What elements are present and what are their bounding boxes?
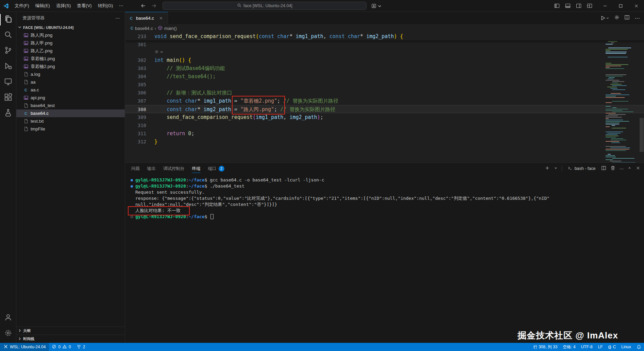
minimize-button[interactable] [597, 0, 613, 12]
file-item[interactable]: api.png [16, 94, 125, 102]
panel-more-actions-icon[interactable]: ⋯ [620, 166, 624, 171]
breadcrumb-file[interactable]: base64.c [135, 26, 153, 31]
explorer-more-actions-button[interactable]: ⋯ [115, 15, 120, 21]
line-number: 305 [125, 81, 154, 89]
cursor-position-indicator[interactable]: 行 308, 列 33 [531, 343, 560, 351]
activity-source-control-button[interactable] [0, 43, 16, 59]
profile-icon[interactable] [371, 3, 382, 8]
tab-close-icon[interactable] [158, 15, 164, 21]
line-number: 311 [125, 129, 154, 138]
indentation-indicator[interactable]: 空格: 4 [560, 343, 578, 351]
menu-item[interactable]: 文件(F) [12, 0, 32, 12]
split-terminal-icon[interactable] [601, 165, 606, 172]
toggle-secondary-sidebar-icon[interactable] [574, 1, 583, 11]
code-line[interactable]: 305 [125, 81, 644, 89]
minimap[interactable] [605, 32, 639, 162]
panel-tab-输出[interactable]: 输出 [147, 163, 156, 174]
command-center-search[interactable]: face [WSL: Ubuntu-24.04] [163, 2, 367, 10]
panel-tab-端口[interactable]: 端口2 [208, 163, 224, 174]
explorer-sidebar: 资源管理器 ⋯ FACE [WSL: UBUNTU-24.04] 路人丙.png… [16, 12, 125, 343]
activity-search-button[interactable] [0, 28, 16, 43]
activity-testing-button[interactable] [0, 106, 16, 121]
editor-more-actions-icon[interactable]: ⋯ [634, 15, 640, 21]
menu-item[interactable]: 查看(V) [74, 0, 95, 12]
code-line[interactable]: 301 [125, 40, 644, 49]
terminal-list-item[interactable]: bash - face [566, 165, 597, 172]
editor-area: C base64.c ⋯ C [125, 12, 644, 162]
problems-indicator[interactable]: 0 0 [49, 343, 73, 351]
activity-settings-button[interactable] [0, 326, 16, 341]
notifications-bell-icon[interactable] [634, 343, 644, 351]
sidebar-section-timeline[interactable]: 时间线 [16, 335, 125, 343]
nav-forward-icon[interactable] [150, 3, 158, 8]
terminal-profile-chevron-icon[interactable] [554, 166, 558, 171]
menu-overflow-button[interactable]: ⋯ [116, 0, 126, 12]
line-text [154, 49, 164, 56]
encoding-indicator[interactable]: UTF-8 [578, 343, 595, 351]
sticky-scroll-line[interactable]: 233 void send_face_comparison_request(co… [125, 32, 644, 40]
breadcrumb-symbol[interactable]: main() [164, 26, 177, 31]
code-line[interactable]: 312} [125, 138, 644, 146]
file-item[interactable]: test.txt [16, 117, 125, 125]
activity-run-debug-button[interactable] [0, 59, 16, 74]
tab-base64c[interactable]: C base64.c [125, 12, 168, 24]
split-editor-icon[interactable] [624, 15, 630, 21]
terminal[interactable]: gyl@L-R913J7WJ-0920:~/face$ gcc base64.c… [125, 174, 644, 343]
code-line[interactable]: 309 send_face_comparison_request(img1_pa… [125, 113, 644, 121]
run-file-button[interactable] [600, 15, 609, 21]
editor-scrollbar[interactable] [639, 32, 644, 162]
customize-layout-icon[interactable] [585, 1, 594, 11]
code-line[interactable]: 307 const char* img1_path = "章若楠2.png"; … [125, 97, 644, 105]
code-line[interactable] [125, 49, 644, 56]
file-item[interactable]: a.log [16, 70, 125, 78]
file-name: aa.c [31, 87, 39, 92]
os-indicator[interactable]: Linux [618, 343, 634, 351]
code-line[interactable]: 303 // 测试Base64编码功能 [125, 64, 644, 72]
decoration-spacer [128, 195, 135, 201]
file-item[interactable]: 路人甲.png [16, 39, 125, 47]
eol-indicator[interactable]: LF [595, 343, 606, 351]
panel-tab-终端[interactable]: 终端 [192, 163, 201, 174]
activity-remote-explorer-button[interactable] [0, 74, 16, 90]
file-item[interactable]: 章若楠1.png [16, 55, 125, 63]
settings-gear-icon[interactable] [614, 15, 620, 21]
file-item[interactable]: Cbase64.c [16, 109, 125, 117]
file-item[interactable]: base64_test [16, 102, 125, 109]
code-line[interactable]: 306 // 新增：测试人脸比对接口 [125, 89, 644, 97]
menu-item[interactable]: 转到(G) [95, 0, 116, 12]
file-item[interactable]: 路人乙.png [16, 47, 125, 55]
file-item[interactable]: Caa.c [16, 86, 125, 94]
maximize-panel-icon[interactable] [628, 166, 631, 171]
radio-tower-icon [77, 344, 81, 350]
ports-indicator[interactable]: 2 [74, 343, 88, 351]
activity-account-button[interactable] [0, 310, 16, 326]
maximize-button[interactable] [613, 0, 628, 12]
panel-tab-问题[interactable]: 问题 [131, 163, 140, 174]
nav-back-icon[interactable] [139, 3, 147, 8]
code-line[interactable]: 304 //test_base64(); [125, 72, 644, 81]
code-line[interactable]: 311 return 0; [125, 129, 644, 138]
language-indicator[interactable]: {} C [606, 343, 619, 351]
file-item[interactable]: tmpFile [16, 125, 125, 133]
kill-terminal-icon[interactable] [610, 165, 615, 172]
code-line[interactable]: 310 [125, 121, 644, 129]
code-line[interactable]: 308 const char* img2_path = "路人丙.png"; /… [125, 105, 644, 113]
toggle-panel-icon[interactable] [563, 1, 573, 11]
toggle-sidebar-icon[interactable] [552, 1, 562, 11]
file-item[interactable]: 章若楠2.png [16, 63, 125, 70]
workspace-section-header[interactable]: FACE [WSL: UBUNTU-24.04] [16, 24, 125, 31]
code-region[interactable]: 233 void send_face_comparison_request(co… [125, 32, 644, 162]
close-button[interactable] [628, 0, 644, 12]
menu-item[interactable]: 编辑(E) [32, 0, 53, 12]
file-item[interactable]: aa [16, 78, 125, 86]
activity-extensions-button[interactable] [0, 90, 16, 106]
panel-tab-调试控制台[interactable]: 调试控制台 [163, 163, 185, 174]
code-line[interactable]: 302int main() { [125, 56, 644, 64]
new-terminal-icon[interactable] [545, 165, 550, 172]
sidebar-section-outline[interactable]: 大纲 [16, 327, 125, 335]
menu-item[interactable]: 选择(S) [53, 0, 74, 12]
remote-indicator[interactable]: WSL: Ubuntu-24.04 [0, 343, 49, 351]
file-item[interactable]: 路人丙.png [16, 31, 125, 39]
close-panel-icon[interactable] [635, 165, 641, 172]
activity-explorer-button[interactable] [0, 12, 16, 28]
